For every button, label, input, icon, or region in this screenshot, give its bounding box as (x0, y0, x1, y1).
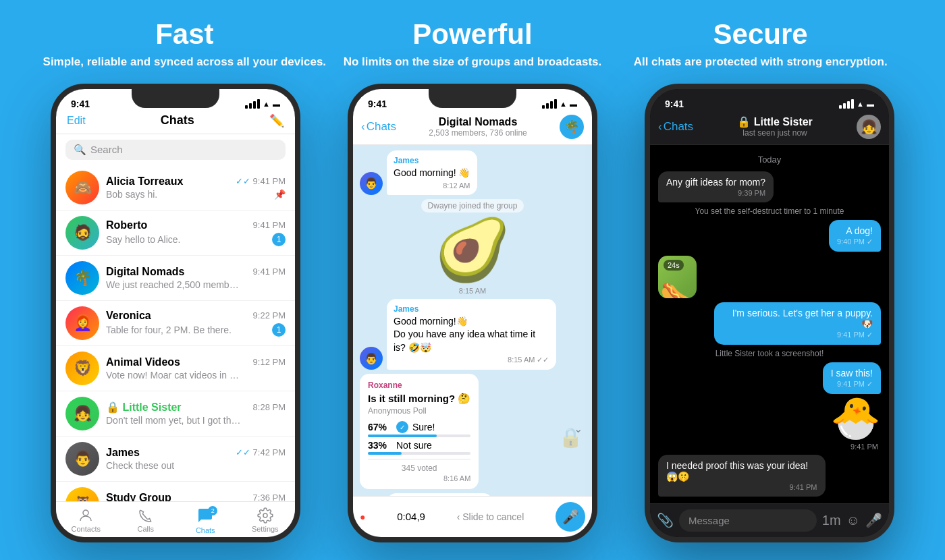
msg-serious-out: I'm serious. Let's get her a puppy. 🐶 9:… (714, 302, 882, 345)
powerful-title: Powerful (331, 19, 614, 50)
fast-title: Fast (43, 19, 326, 50)
chat-msg-james: Check these out (106, 460, 174, 471)
wifi-icon-1: ▲ (263, 100, 270, 108)
dark-input-bar: 📎 Message 1m ☺ 🎤 (650, 503, 889, 537)
phone-chats-screen: 9:41 ▲ ▬ Edit Chats (56, 89, 295, 537)
poll-bar-bg-1 (368, 435, 470, 437)
chat-info-animals: Animal Videos 9:12 PM Vote now! Moar cat… (106, 356, 286, 381)
tab-chats[interactable]: 2 Chats (176, 507, 236, 534)
svg-point-1 (263, 513, 267, 517)
chat-time-roberto: 9:41 PM (253, 220, 286, 230)
chat-name-james: James (106, 447, 140, 459)
chat-time-animals: 9:12 PM (253, 357, 286, 367)
chat-info-roberto: Roberto 9:41 PM Say hello to Alice. 1 (106, 219, 286, 246)
phone-group-frame: 9:41 ▲ ▬ ‹ Chats Digital Nomads 2 (348, 84, 597, 542)
poll-votes: 345 voted (368, 459, 470, 473)
scroll-down-icon[interactable]: ⌄ (574, 422, 583, 435)
input-bar-recording: ● 0:04,9 ‹ Slide to cancel 🎤 (353, 496, 592, 537)
dark-sticker-time: 9:41 PM (658, 443, 881, 451)
msg-proof-time: 9:41 PM (666, 483, 817, 491)
chat-msg-veronica: Table for four, 2 PM. Be there. (106, 325, 232, 335)
compose-icon[interactable]: ✏️ (269, 113, 284, 128)
chat-info-james: James ✓✓ 7:42 PM Check these out (106, 447, 286, 471)
chat-name-animals: Animal Videos (106, 356, 180, 368)
msg-time-james-1: 8:12 AM (394, 181, 470, 190)
powerful-subtitle: No limits on the size of groups and broa… (331, 54, 614, 70)
fast-subtitle: Simple, reliable and synced across all y… (43, 54, 326, 70)
poll-option-1[interactable]: 67% ✓ Sure! (368, 421, 470, 437)
avatar-roberto: 🧔 (65, 216, 99, 250)
mic-button[interactable]: 🎤 (556, 502, 585, 532)
back-button-group[interactable]: ‹ Chats (361, 120, 396, 134)
group-header-info: Digital Nomads 2,503 members, 736 online (402, 116, 554, 138)
avatar-alicia: 🙈 (65, 171, 99, 204)
phone-group-screen: 9:41 ▲ ▬ ‹ Chats Digital Nomads 2 (353, 89, 592, 537)
tab-contacts[interactable]: Contacts (56, 507, 116, 534)
attach-icon[interactable]: 📎 (657, 512, 674, 528)
tab-settings-label: Settings (252, 525, 279, 533)
chat-name-nomads: Digital Nomads (106, 266, 184, 278)
chat-time-james: ✓✓ 7:42 PM (236, 447, 286, 457)
poll-pct-2: 33% (368, 440, 392, 451)
back-button-secure[interactable]: ‹ Chats (658, 120, 693, 134)
group-avatar[interactable]: 🌴 (560, 115, 584, 139)
chat-item-animals[interactable]: 🦁 Animal Videos 9:12 PM Vote now! Moar c… (56, 346, 295, 391)
tab-bar: Contacts Calls 2 Chats (56, 501, 295, 537)
secure-sub: last seen just now (699, 128, 851, 138)
chat-item-sister[interactable]: 👧 🔒 Little Sister 8:28 PM Don't tell mom… (56, 391, 295, 437)
status-time-3: 9:41 (665, 99, 684, 109)
chat-item-roberto[interactable]: 🧔 Roberto 9:41 PM Say hello to Alice. 1 (56, 211, 295, 256)
dark-sticker-chick: 🐣 (830, 398, 881, 439)
chats-nav: Edit Chats ✏️ (56, 111, 295, 134)
chat-item-veronica[interactable]: 👩‍🦰 Veronica 9:22 PM Table for four, 2 P… (56, 301, 295, 346)
poll-type: Anonymous Poll (368, 406, 470, 416)
chat-item-james[interactable]: 👨 James ✓✓ 7:42 PM Check these out (56, 437, 295, 482)
voice-bubble[interactable]: ▶ (387, 493, 493, 496)
phones-section: 9:41 ▲ ▬ Edit Chats (0, 84, 945, 560)
group-chat-header: ‹ Chats Digital Nomads 2,503 members, 73… (353, 111, 592, 145)
search-placeholder: Search (90, 144, 123, 155)
chat-info-nomads: Digital Nomads 9:41 PM We just reached 2… (106, 266, 286, 290)
msg-saw-time: 9:41 PM ✓ (831, 380, 873, 389)
poll-option-2[interactable]: 33% Not sure (368, 440, 470, 455)
msg-serious-time: 9:41 PM ✓ (722, 331, 873, 339)
group-sub: 2,503 members, 736 online (402, 128, 554, 138)
avatar-nomads: 🌴 (65, 261, 99, 295)
record-dot: ● (360, 511, 365, 522)
message-placeholder: Message (688, 515, 730, 526)
search-bar[interactable]: 🔍 Search (65, 140, 286, 160)
chat-msg-nomads: We just reached 2,500 members! WOO! (106, 279, 241, 290)
poll-pct-1: 67% (368, 422, 392, 432)
chat-item-alicia[interactable]: 🙈 Alicia Torreaux ✓✓ 9:41 PM Bob says hi… (56, 165, 295, 211)
secure-avatar[interactable]: 👧 (857, 115, 881, 139)
col-secure: Secure All chats are protected with stro… (619, 19, 902, 70)
avatar-james: 👨 (65, 442, 99, 476)
phone-secure-screen: 9:41 ▲ ▬ ‹ Chats 🔒 Little Sister (650, 89, 889, 537)
chats-title: Chats (161, 113, 194, 128)
emoji-icon[interactable]: ☺ (846, 513, 860, 528)
chat-item-study[interactable]: 🦉 Study Group 7:36 PM Emma (56, 482, 295, 501)
status-icons-3: ▲ ▬ (839, 99, 874, 109)
avatar-james-chat: 👨 (360, 172, 383, 195)
timer-icon[interactable]: 1m (822, 513, 841, 528)
chat-time-nomads: 9:41 PM (253, 267, 286, 277)
chat-item-nomads[interactable]: 🌴 Digital Nomads 9:41 PM We just reached… (56, 256, 295, 301)
chat-time-veronica: 9:22 PM (253, 310, 286, 320)
tab-settings[interactable]: Settings (236, 507, 296, 534)
msg-dog-out: A dog! 9:40 PM ✓ (829, 220, 881, 252)
msg-time-james-2: 8:15 AM ✓✓ (394, 356, 549, 364)
mic-icon[interactable]: 🎤 (865, 512, 882, 528)
dark-input-field[interactable]: Message (679, 509, 817, 532)
poll-time: 8:16 AM (368, 474, 470, 482)
msg-sender-james: James (394, 156, 470, 165)
group-messages-area: 👨 James Good morning! 👋 8:12 AM Dwayne j… (353, 145, 592, 496)
tab-calls[interactable]: Calls (116, 507, 176, 534)
avatar-animals: 🦁 (65, 352, 99, 385)
msg-text-james-2: Good morning!👋Do you have any idea what … (394, 315, 549, 355)
group-name: Digital Nomads (402, 116, 554, 128)
secure-messages: Today Any gift ideas for mom? 9:39 PM Yo… (650, 145, 889, 503)
chat-time-alicia: ✓✓ 9:41 PM (236, 176, 286, 186)
edit-button[interactable]: Edit (67, 115, 86, 127)
tab-contacts-label: Contacts (72, 525, 101, 533)
system-msg-dwayne: Dwayne joined the group (421, 199, 524, 213)
